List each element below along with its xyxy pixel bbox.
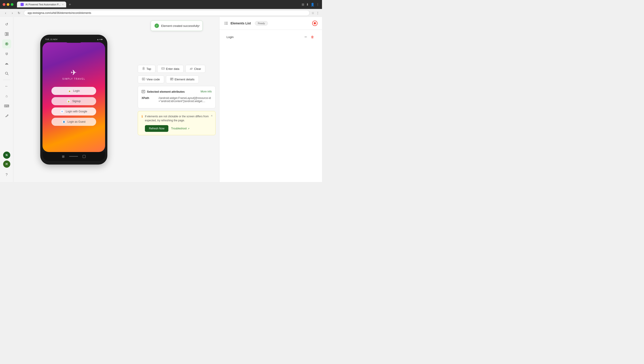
record-button[interactable] — [312, 21, 318, 26]
edit-element-button[interactable]: ✏ — [304, 35, 308, 39]
svg-line-8 — [8, 74, 8, 75]
phone-guest-button[interactable]: 👤 Login as Guest — [52, 118, 96, 126]
phone-home-indicator — [69, 156, 78, 157]
login-btn-label: Login — [73, 89, 80, 92]
phone-icons: ▲ ● ■ — [97, 38, 102, 41]
sidebar-item-gesture[interactable] — [2, 49, 11, 58]
sidebar-item-home[interactable]: ⌂ — [2, 92, 11, 101]
sidebar-item-refresh[interactable]: ↺ — [2, 20, 11, 29]
svg-point-28 — [225, 24, 226, 25]
menu-icon[interactable]: ⋮ — [316, 3, 319, 6]
info-icon: ℹ — [142, 115, 143, 118]
tap-button-label: Tap — [146, 67, 151, 71]
close-window-button[interactable] — [3, 3, 5, 6]
tap-icon — [142, 67, 145, 71]
phone-signup-button[interactable]: 🔒 Signup — [52, 97, 96, 105]
phone-login-button[interactable]: 🔒 Login — [52, 87, 96, 95]
more-info-link[interactable]: More info — [200, 90, 212, 93]
guest-btn-label: Login as Guest — [68, 120, 86, 123]
back-nav-button[interactable]: ‹ — [3, 10, 8, 16]
info-banner: × ℹ If elements are not clickable or the… — [138, 111, 216, 135]
svg-point-27 — [225, 23, 226, 24]
maximize-window-button[interactable] — [11, 3, 14, 6]
guest-btn-icon: 👤 — [62, 120, 66, 124]
enter-data-button[interactable]: Enter data — [157, 65, 184, 73]
downloads-icon[interactable]: ⬇ — [306, 3, 309, 6]
attrs-title-text: Selected element attributes — [147, 90, 185, 93]
info-banner-close-button[interactable]: × — [211, 114, 213, 117]
sidebar-item-keyboard[interactable]: ⌨ — [2, 101, 11, 110]
clear-icon — [190, 67, 193, 71]
forward-nav-button[interactable]: › — [10, 10, 15, 16]
browser-chrome: AI Powered Test Automation P... × + ⊞ ⬇ … — [0, 0, 322, 9]
external-link-icon: ↗ — [188, 127, 190, 130]
phone-screen[interactable]: ✈ SIMPLY TRAVEL 🔒 Login 🔒 Signup G — [42, 42, 105, 152]
sidebar-item-signal[interactable] — [2, 59, 11, 68]
tab-label: AI Powered Test Automation P... — [26, 3, 60, 6]
delete-element-button[interactable]: 🗑 — [310, 35, 315, 39]
more-browser-icon[interactable]: ⋮ — [316, 11, 319, 15]
troubleshoot-link[interactable]: Troubleshoot ↗ — [171, 127, 190, 130]
address-bar-row: ‹ › ↻ app.testsigma.com/ui/td/36/element… — [0, 9, 322, 17]
content-area: TUE, 21 NOV ▲ ● ■ ✈ SIMPLY TRAVEL 🔒 Logi… — [14, 17, 322, 182]
traffic-lights — [3, 3, 14, 6]
clear-button-label: Clear — [194, 67, 201, 71]
signup-btn-icon: 🔒 — [67, 99, 70, 103]
sidebar-item-draw[interactable] — [2, 111, 11, 120]
sidebar-item-back[interactable]: ← — [2, 82, 11, 91]
svg-line-9 — [8, 115, 8, 115]
refresh-now-button[interactable]: Refresh Now — [145, 125, 168, 132]
element-details-button[interactable]: Element details — [166, 75, 199, 83]
phone-google-button[interactable]: G Login with Google — [52, 107, 96, 115]
bookmark-icon[interactable]: ☆ — [312, 11, 314, 15]
address-input[interactable]: app.testsigma.com/ui/td/36/elements/reco… — [24, 10, 310, 16]
elements-list-title: Elements List — [230, 22, 251, 25]
view-code-icon — [142, 77, 145, 81]
sidebar: ↺ — [0, 17, 14, 182]
attrs-title: Selected element attributes — [142, 90, 185, 93]
success-text: Element created successfully — [161, 24, 199, 28]
new-tab-button[interactable]: + — [67, 3, 73, 7]
info-text-area: If elements are not clickable or the scr… — [145, 114, 212, 132]
extensions-icon[interactable]: ⊞ — [302, 3, 304, 6]
sidebar-item-search[interactable] — [2, 69, 11, 78]
login-btn-icon: 🔒 — [68, 89, 71, 93]
notification-close-button[interactable]: × — [198, 24, 200, 28]
phone-app-content: ✈ SIMPLY TRAVEL 🔒 Login 🔒 Signup G — [42, 42, 105, 152]
signup-btn-label: Signup — [72, 100, 80, 103]
svg-rect-23 — [142, 90, 145, 93]
app-logo-text: SIMPLY TRAVEL — [62, 78, 86, 80]
sidebar-divider — [3, 80, 10, 80]
svg-rect-2 — [7, 34, 8, 36]
app-logo-icon: ✈ — [62, 68, 86, 77]
list-item[interactable]: Login ✏ 🗑 — [224, 33, 318, 41]
sidebar-avatar-n[interactable]: N — [3, 151, 10, 159]
sidebar-item-layout[interactable] — [2, 30, 11, 39]
xpath-value: //android.widget.FrameLayout[@resource-i… — [158, 96, 212, 103]
address-text: app.testsigma.com/ui/td/36/elements/reco… — [28, 12, 91, 15]
xpath-row: XPath //android.widget.FrameLayout[@reso… — [142, 96, 212, 103]
right-panel-header: Elements List Ready — [219, 17, 322, 30]
tap-button[interactable]: Tap — [138, 65, 156, 73]
svg-rect-1 — [7, 33, 8, 34]
phone-time: TUE, 21 NOV — [45, 38, 58, 41]
google-btn-label: Login with Google — [66, 110, 87, 113]
reload-nav-button[interactable]: ↻ — [16, 10, 22, 16]
attrs-header: Selected element attributes More info — [142, 90, 212, 93]
main-layout: ↺ — [0, 17, 322, 182]
sidebar-item-help[interactable]: ? — [2, 170, 11, 179]
phone-area: TUE, 21 NOV ▲ ● ■ ✈ SIMPLY TRAVEL 🔒 Logi… — [14, 17, 134, 182]
tab-close-button[interactable]: × — [62, 3, 64, 6]
attrs-icon — [142, 90, 145, 93]
clear-button[interactable]: Clear — [185, 65, 205, 73]
sidebar-item-record[interactable] — [2, 39, 11, 48]
active-tab[interactable]: AI Powered Test Automation P... × — [17, 2, 66, 8]
google-icon: G — [60, 110, 64, 113]
element-name: Login — [226, 35, 234, 39]
view-code-button[interactable]: View code — [138, 75, 164, 83]
right-panel: Elements List Ready Login ✏ 🗑 — [219, 17, 322, 182]
middle-panel: ✓ Element created successfully × Tap — [134, 17, 219, 182]
sidebar-avatar-h[interactable]: H — [3, 160, 10, 168]
profile-icon[interactable]: 👤 — [310, 3, 314, 6]
minimize-window-button[interactable] — [7, 3, 10, 6]
